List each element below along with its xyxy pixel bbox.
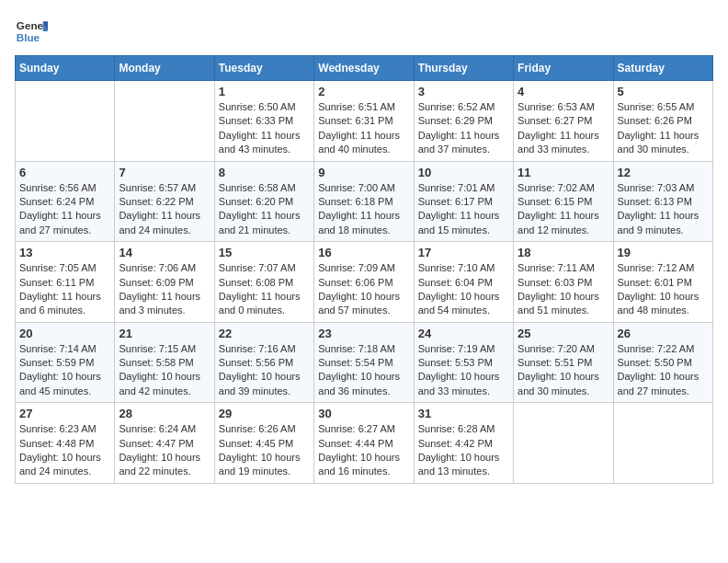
day-number: 3 bbox=[418, 85, 509, 98]
day-number: 18 bbox=[518, 246, 609, 259]
day-number: 2 bbox=[318, 85, 409, 98]
week-row-2: 6Sunrise: 6:56 AM Sunset: 6:24 PM Daylig… bbox=[16, 161, 713, 242]
day-number: 20 bbox=[19, 327, 110, 340]
calendar-cell: 13Sunrise: 7:05 AM Sunset: 6:11 PM Dayli… bbox=[16, 242, 115, 323]
day-number: 6 bbox=[19, 166, 110, 179]
calendar-cell: 8Sunrise: 6:58 AM Sunset: 6:20 PM Daylig… bbox=[214, 161, 313, 242]
calendar-body: 1Sunrise: 6:50 AM Sunset: 6:33 PM Daylig… bbox=[16, 81, 713, 484]
weekday-wednesday: Wednesday bbox=[314, 56, 414, 81]
day-info: Sunrise: 6:26 AM Sunset: 4:45 PM Dayligh… bbox=[219, 422, 310, 479]
calendar-cell: 31Sunrise: 6:28 AM Sunset: 4:42 PM Dayli… bbox=[414, 403, 513, 484]
weekday-tuesday: Tuesday bbox=[214, 56, 313, 81]
day-number: 25 bbox=[518, 327, 609, 340]
calendar-cell: 19Sunrise: 7:12 AM Sunset: 6:01 PM Dayli… bbox=[613, 242, 712, 323]
calendar-cell bbox=[514, 403, 613, 484]
day-info: Sunrise: 6:23 AM Sunset: 4:48 PM Dayligh… bbox=[19, 422, 110, 479]
calendar-cell: 4Sunrise: 6:53 AM Sunset: 6:27 PM Daylig… bbox=[514, 81, 613, 162]
calendar-cell bbox=[613, 403, 712, 484]
calendar-cell: 17Sunrise: 7:10 AM Sunset: 6:04 PM Dayli… bbox=[414, 242, 513, 323]
day-info: Sunrise: 7:22 AM Sunset: 5:50 PM Dayligh… bbox=[618, 342, 709, 399]
day-info: Sunrise: 7:00 AM Sunset: 6:18 PM Dayligh… bbox=[318, 181, 409, 238]
day-info: Sunrise: 7:11 AM Sunset: 6:03 PM Dayligh… bbox=[518, 261, 609, 318]
calendar-cell: 10Sunrise: 7:01 AM Sunset: 6:17 PM Dayli… bbox=[414, 161, 513, 242]
calendar-cell: 2Sunrise: 6:51 AM Sunset: 6:31 PM Daylig… bbox=[314, 81, 414, 162]
day-info: Sunrise: 7:02 AM Sunset: 6:15 PM Dayligh… bbox=[518, 181, 609, 238]
day-number: 12 bbox=[618, 166, 709, 179]
day-number: 30 bbox=[318, 407, 409, 420]
day-info: Sunrise: 6:56 AM Sunset: 6:24 PM Dayligh… bbox=[19, 181, 110, 238]
day-number: 26 bbox=[618, 327, 709, 340]
calendar-cell: 26Sunrise: 7:22 AM Sunset: 5:50 PM Dayli… bbox=[613, 322, 712, 403]
day-info: Sunrise: 6:28 AM Sunset: 4:42 PM Dayligh… bbox=[418, 422, 509, 479]
calendar-cell: 30Sunrise: 6:27 AM Sunset: 4:44 PM Dayli… bbox=[314, 403, 414, 484]
day-info: Sunrise: 6:24 AM Sunset: 4:47 PM Dayligh… bbox=[119, 422, 210, 479]
day-info: Sunrise: 7:16 AM Sunset: 5:56 PM Dayligh… bbox=[219, 342, 310, 399]
calendar-cell: 18Sunrise: 7:11 AM Sunset: 6:03 PM Dayli… bbox=[514, 242, 613, 323]
calendar-cell: 20Sunrise: 7:14 AM Sunset: 5:59 PM Dayli… bbox=[16, 322, 115, 403]
week-row-3: 13Sunrise: 7:05 AM Sunset: 6:11 PM Dayli… bbox=[16, 242, 713, 323]
weekday-thursday: Thursday bbox=[414, 56, 513, 81]
calendar-cell: 3Sunrise: 6:52 AM Sunset: 6:29 PM Daylig… bbox=[414, 81, 513, 162]
weekday-sunday: Sunday bbox=[16, 56, 115, 81]
day-number: 10 bbox=[418, 166, 509, 179]
calendar-cell bbox=[115, 81, 214, 162]
day-number: 8 bbox=[219, 166, 310, 179]
day-info: Sunrise: 6:50 AM Sunset: 6:33 PM Dayligh… bbox=[219, 100, 310, 157]
day-info: Sunrise: 7:20 AM Sunset: 5:51 PM Dayligh… bbox=[518, 342, 609, 399]
day-info: Sunrise: 7:12 AM Sunset: 6:01 PM Dayligh… bbox=[618, 261, 709, 318]
day-info: Sunrise: 6:27 AM Sunset: 4:44 PM Dayligh… bbox=[318, 422, 409, 479]
logo-icon: General Blue bbox=[15, 15, 48, 48]
calendar-cell: 9Sunrise: 7:00 AM Sunset: 6:18 PM Daylig… bbox=[314, 161, 414, 242]
weekday-header-row: SundayMondayTuesdayWednesdayThursdayFrid… bbox=[16, 56, 713, 81]
day-number: 14 bbox=[119, 246, 210, 259]
day-info: Sunrise: 7:10 AM Sunset: 6:04 PM Dayligh… bbox=[418, 261, 509, 318]
day-number: 29 bbox=[219, 407, 310, 420]
calendar-cell: 22Sunrise: 7:16 AM Sunset: 5:56 PM Dayli… bbox=[214, 322, 313, 403]
day-info: Sunrise: 7:15 AM Sunset: 5:58 PM Dayligh… bbox=[119, 342, 210, 399]
day-number: 23 bbox=[318, 327, 409, 340]
day-info: Sunrise: 6:57 AM Sunset: 6:22 PM Dayligh… bbox=[119, 181, 210, 238]
weekday-saturday: Saturday bbox=[613, 56, 712, 81]
day-number: 19 bbox=[618, 246, 709, 259]
calendar-cell: 11Sunrise: 7:02 AM Sunset: 6:15 PM Dayli… bbox=[514, 161, 613, 242]
day-number: 31 bbox=[418, 407, 509, 420]
day-info: Sunrise: 7:09 AM Sunset: 6:06 PM Dayligh… bbox=[318, 261, 409, 318]
day-info: Sunrise: 7:19 AM Sunset: 5:53 PM Dayligh… bbox=[418, 342, 509, 399]
day-info: Sunrise: 7:03 AM Sunset: 6:13 PM Dayligh… bbox=[618, 181, 709, 238]
calendar-cell: 29Sunrise: 6:26 AM Sunset: 4:45 PM Dayli… bbox=[214, 403, 313, 484]
calendar-cell bbox=[16, 81, 115, 162]
calendar-cell: 12Sunrise: 7:03 AM Sunset: 6:13 PM Dayli… bbox=[613, 161, 712, 242]
week-row-5: 27Sunrise: 6:23 AM Sunset: 4:48 PM Dayli… bbox=[16, 403, 713, 484]
calendar-table: SundayMondayTuesdayWednesdayThursdayFrid… bbox=[15, 55, 713, 484]
day-number: 22 bbox=[219, 327, 310, 340]
calendar-cell: 21Sunrise: 7:15 AM Sunset: 5:58 PM Dayli… bbox=[115, 322, 214, 403]
svg-text:Blue: Blue bbox=[17, 31, 40, 43]
day-info: Sunrise: 7:18 AM Sunset: 5:54 PM Dayligh… bbox=[318, 342, 409, 399]
day-info: Sunrise: 7:14 AM Sunset: 5:59 PM Dayligh… bbox=[19, 342, 110, 399]
calendar-cell: 6Sunrise: 6:56 AM Sunset: 6:24 PM Daylig… bbox=[16, 161, 115, 242]
calendar-cell: 27Sunrise: 6:23 AM Sunset: 4:48 PM Dayli… bbox=[16, 403, 115, 484]
weekday-monday: Monday bbox=[115, 56, 214, 81]
day-info: Sunrise: 6:58 AM Sunset: 6:20 PM Dayligh… bbox=[219, 181, 310, 238]
day-number: 15 bbox=[219, 246, 310, 259]
day-number: 9 bbox=[318, 166, 409, 179]
calendar-cell: 5Sunrise: 6:55 AM Sunset: 6:26 PM Daylig… bbox=[613, 81, 712, 162]
day-number: 17 bbox=[418, 246, 509, 259]
day-number: 27 bbox=[19, 407, 110, 420]
weekday-friday: Friday bbox=[514, 56, 613, 81]
day-info: Sunrise: 6:53 AM Sunset: 6:27 PM Dayligh… bbox=[518, 100, 609, 157]
week-row-1: 1Sunrise: 6:50 AM Sunset: 6:33 PM Daylig… bbox=[16, 81, 713, 162]
day-number: 11 bbox=[518, 166, 609, 179]
day-number: 21 bbox=[119, 327, 210, 340]
day-number: 7 bbox=[119, 166, 210, 179]
calendar-cell: 25Sunrise: 7:20 AM Sunset: 5:51 PM Dayli… bbox=[514, 322, 613, 403]
day-number: 5 bbox=[618, 85, 709, 98]
calendar-cell: 24Sunrise: 7:19 AM Sunset: 5:53 PM Dayli… bbox=[414, 322, 513, 403]
week-row-4: 20Sunrise: 7:14 AM Sunset: 5:59 PM Dayli… bbox=[16, 322, 713, 403]
calendar-cell: 14Sunrise: 7:06 AM Sunset: 6:09 PM Dayli… bbox=[115, 242, 214, 323]
page-header: General Blue bbox=[15, 15, 713, 48]
day-number: 24 bbox=[418, 327, 509, 340]
day-info: Sunrise: 7:07 AM Sunset: 6:08 PM Dayligh… bbox=[219, 261, 310, 318]
day-number: 1 bbox=[219, 85, 310, 98]
day-info: Sunrise: 7:05 AM Sunset: 6:11 PM Dayligh… bbox=[19, 261, 110, 318]
